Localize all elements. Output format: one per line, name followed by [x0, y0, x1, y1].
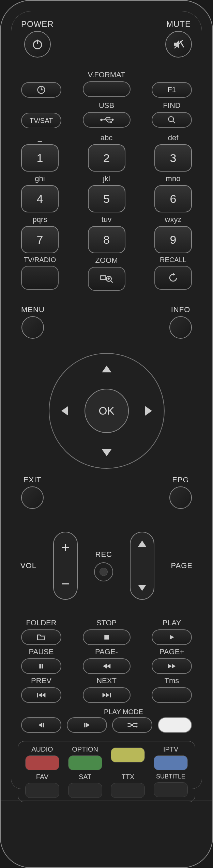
- playmode-label: PLAY MODE: [104, 708, 143, 716]
- find-button[interactable]: [152, 112, 192, 128]
- frame-fwd-icon: [83, 722, 91, 728]
- play-label: PLAY: [163, 618, 181, 627]
- prev-label: PREV: [31, 676, 51, 685]
- ok-button[interactable]: OK: [85, 389, 129, 433]
- key-9-abc-label: wxyz: [165, 215, 182, 224]
- svg-rect-12: [110, 121, 112, 123]
- next-button[interactable]: [83, 687, 131, 703]
- tms-label: Tms: [165, 676, 179, 685]
- dpad: OK: [49, 353, 165, 469]
- key-1-abc-label: _: [38, 133, 42, 142]
- green-button[interactable]: [68, 755, 102, 770]
- prev-button[interactable]: [21, 687, 61, 703]
- usb-button[interactable]: [83, 112, 131, 128]
- remote-body: POWER MUTE V.FORMAT F1 TV/SAT USB FIND: [0, 0, 213, 868]
- red-button[interactable]: [25, 755, 59, 770]
- key-1[interactable]: 1: [21, 144, 59, 172]
- svg-marker-30: [168, 664, 172, 669]
- key-9[interactable]: 9: [154, 226, 192, 253]
- dpad-left[interactable]: [61, 406, 68, 416]
- svg-rect-39: [43, 723, 44, 727]
- exit-button[interactable]: [21, 486, 44, 509]
- page-rocker[interactable]: [130, 532, 154, 600]
- frame-fwd-button[interactable]: [67, 717, 107, 733]
- timer-icon: [36, 85, 46, 95]
- mute-button[interactable]: [165, 31, 192, 58]
- mute-label: MUTE: [166, 19, 191, 29]
- ttx-label: TTX: [121, 773, 134, 781]
- menu-button[interactable]: [21, 316, 44, 339]
- folder-button[interactable]: [21, 629, 61, 645]
- svg-marker-36: [106, 693, 109, 697]
- tvsat-button[interactable]: TV/SAT: [21, 113, 61, 128]
- svg-rect-32: [37, 693, 38, 697]
- recall-button[interactable]: [154, 266, 192, 290]
- fav-button[interactable]: [25, 783, 59, 798]
- info-button[interactable]: [169, 316, 192, 339]
- chevron-down-icon: [138, 585, 146, 591]
- blue-button[interactable]: [154, 755, 188, 770]
- pause-icon: [38, 663, 44, 669]
- key-6[interactable]: 6: [154, 185, 192, 212]
- fastfwd-button[interactable]: [152, 658, 192, 674]
- rec-button[interactable]: [94, 562, 113, 581]
- rewind-button[interactable]: [83, 658, 131, 674]
- yellow-button[interactable]: [111, 748, 145, 762]
- dpad-down[interactable]: [102, 449, 111, 456]
- info-label: INFO: [171, 305, 191, 314]
- power-button[interactable]: [24, 31, 51, 58]
- zoom-button[interactable]: [88, 267, 125, 291]
- key-2[interactable]: 2: [88, 144, 125, 172]
- epg-button[interactable]: [169, 486, 192, 509]
- svg-marker-25: [170, 635, 174, 640]
- vol-label: VOL: [20, 561, 36, 570]
- frame-back-button[interactable]: [21, 717, 61, 733]
- subtitle-button[interactable]: [154, 782, 188, 797]
- key-7[interactable]: 7: [21, 226, 59, 253]
- svg-rect-27: [42, 664, 43, 669]
- frame-back-icon: [37, 722, 45, 728]
- play-icon: [169, 634, 175, 640]
- f1-button[interactable]: F1: [152, 82, 192, 98]
- vformat-button[interactable]: [83, 81, 131, 97]
- key-8[interactable]: 8: [88, 226, 125, 253]
- svg-point-11: [109, 117, 110, 118]
- recall-icon: [168, 273, 178, 283]
- play-button[interactable]: [152, 629, 192, 645]
- key-4[interactable]: 4: [21, 185, 59, 212]
- ttx-button[interactable]: [111, 783, 145, 798]
- dpad-up[interactable]: [102, 366, 111, 372]
- shuffle-icon: [127, 722, 138, 728]
- pause-button[interactable]: [21, 658, 61, 674]
- find-label: FIND: [163, 101, 180, 110]
- tms-button[interactable]: [152, 687, 192, 703]
- power-icon: [31, 38, 44, 50]
- vol-rocker[interactable]: +−: [53, 532, 78, 600]
- key-3[interactable]: 3: [154, 144, 192, 172]
- svg-marker-13: [112, 118, 114, 122]
- sat-button[interactable]: [68, 783, 102, 798]
- recall-label: RECALL: [160, 256, 186, 264]
- svg-line-15: [173, 121, 175, 123]
- key-6-abc-label: mno: [166, 174, 181, 183]
- svg-point-14: [168, 116, 173, 122]
- dpad-right[interactable]: [145, 406, 152, 416]
- stop-icon: [104, 634, 110, 640]
- pageminus-label: PAGE-: [95, 647, 118, 656]
- usb-icon: [99, 116, 114, 124]
- separator: [1, 801, 212, 801]
- iptv-label: IPTV: [163, 745, 178, 753]
- svg-marker-28: [103, 664, 106, 669]
- svg-marker-43: [136, 722, 138, 725]
- stop-button[interactable]: [83, 629, 131, 645]
- tvradio-button[interactable]: [21, 266, 59, 290]
- white-button[interactable]: [158, 717, 192, 733]
- minus-icon: −: [61, 577, 70, 591]
- folder-label: FOLDER: [26, 618, 56, 627]
- stop-label: STOP: [96, 618, 117, 627]
- page-label: PAGE: [171, 561, 193, 570]
- key-5[interactable]: 5: [88, 185, 125, 212]
- svg-rect-37: [110, 693, 111, 697]
- playmode-button[interactable]: [112, 717, 152, 733]
- timer-button[interactable]: [21, 82, 61, 98]
